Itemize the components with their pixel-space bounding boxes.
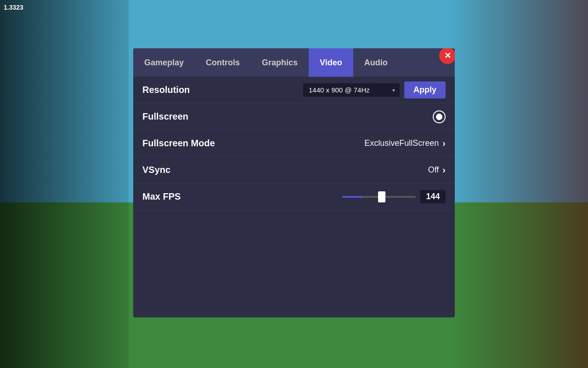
apply-button[interactable]: Apply bbox=[404, 81, 446, 98]
fullscreen-toggle[interactable] bbox=[433, 110, 446, 123]
vsync-label: VSync bbox=[142, 165, 428, 175]
max-fps-slider[interactable] bbox=[342, 196, 416, 198]
fullscreen-row: Fullscreen bbox=[133, 104, 455, 130]
version-label: 1.3323 bbox=[4, 4, 23, 11]
settings-dialog: ✕ Gameplay Controls Graphics Video Audio… bbox=[133, 48, 455, 317]
max-fps-value: 144 bbox=[420, 190, 446, 203]
max-fps-slider-container: 144 bbox=[294, 190, 446, 203]
tab-bar: Gameplay Controls Graphics Video Audio bbox=[133, 48, 455, 77]
settings-content: Resolution 1440 x 900 @ 74Hz 1920 x 1080… bbox=[133, 77, 455, 210]
fullscreen-mode-value[interactable]: ExclusiveFullScreen › bbox=[364, 138, 446, 149]
tab-graphics[interactable]: Graphics bbox=[251, 48, 309, 77]
vsync-row: VSync Off › bbox=[133, 157, 455, 184]
tab-controls[interactable]: Controls bbox=[195, 48, 251, 77]
fullscreen-mode-label: Fullscreen Mode bbox=[142, 138, 364, 149]
resolution-select[interactable]: 1440 x 900 @ 74Hz 1920 x 1080 @ 60Hz 128… bbox=[303, 83, 400, 97]
max-fps-row: Max FPS 144 bbox=[133, 184, 455, 210]
resolution-label: Resolution bbox=[142, 85, 303, 95]
fullscreen-toggle-indicator bbox=[436, 114, 442, 120]
resolution-select-wrapper: 1440 x 900 @ 74Hz 1920 x 1080 @ 60Hz 128… bbox=[303, 83, 400, 97]
background-right-overlay bbox=[450, 0, 588, 368]
tab-audio[interactable]: Audio bbox=[353, 48, 399, 77]
max-fps-label: Max FPS bbox=[142, 191, 294, 202]
tab-gameplay[interactable]: Gameplay bbox=[133, 48, 195, 77]
tab-video[interactable]: Video bbox=[309, 48, 353, 77]
fullscreen-mode-row: Fullscreen Mode ExclusiveFullScreen › bbox=[133, 130, 455, 157]
vsync-chevron: › bbox=[442, 165, 446, 175]
fullscreen-label: Fullscreen bbox=[142, 111, 433, 122]
close-icon: ✕ bbox=[444, 51, 451, 61]
resolution-row: Resolution 1440 x 900 @ 74Hz 1920 x 1080… bbox=[133, 77, 455, 104]
fullscreen-mode-chevron: › bbox=[442, 138, 446, 149]
close-button[interactable]: ✕ bbox=[439, 48, 455, 64]
vsync-value[interactable]: Off › bbox=[428, 165, 446, 175]
